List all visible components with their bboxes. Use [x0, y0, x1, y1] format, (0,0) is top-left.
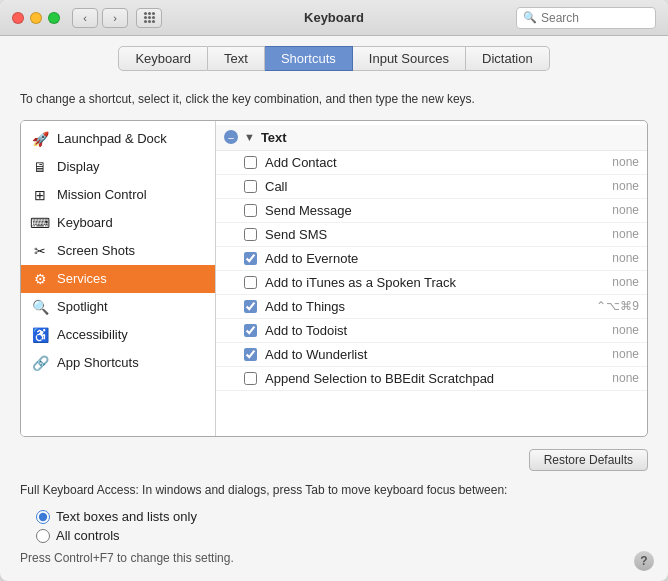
press-hint: Press Control+F7 to change this setting.: [20, 551, 648, 565]
window: ‹ › Keyboard 🔍 Keyboard Text Shortcuts I…: [0, 0, 668, 581]
checkbox-add-todoist[interactable]: [244, 324, 257, 337]
sidebar-item-display[interactable]: 🖥 Display: [21, 153, 215, 181]
screenshots-icon: ✂: [31, 242, 49, 260]
sidebar-label-spotlight: Spotlight: [57, 299, 108, 314]
launchpad-icon: 🚀: [31, 130, 49, 148]
section-title: Text: [261, 130, 287, 145]
checkbox-send-message[interactable]: [244, 204, 257, 217]
main-panel: 🚀 Launchpad & Dock 🖥 Display ⊞ Mission C…: [20, 120, 648, 437]
help-button[interactable]: ?: [634, 551, 654, 571]
radio-row-all-controls: All controls: [36, 528, 648, 543]
minimize-button[interactable]: [30, 12, 42, 24]
sidebar-label-screenshots: Screen Shots: [57, 243, 135, 258]
content: To change a shortcut, select it, click t…: [0, 79, 668, 581]
radio-all-controls[interactable]: [36, 529, 50, 543]
shortcut-key-add-itunes: none: [612, 275, 639, 289]
sidebar-label-accessibility: Accessibility: [57, 327, 128, 342]
checkbox-send-sms[interactable]: [244, 228, 257, 241]
shortcut-key-add-things: ⌃⌥⌘9: [596, 299, 639, 313]
shortcut-key-call: none: [612, 179, 639, 193]
radio-group: Text boxes and lists only All controls: [36, 509, 648, 543]
shortcut-row-add-wunderlist: Add to Wunderlist none: [216, 343, 647, 367]
mission-control-icon: ⊞: [31, 186, 49, 204]
tabs-bar: Keyboard Text Shortcuts Input Sources Di…: [0, 36, 668, 79]
sidebar-item-keyboard[interactable]: ⌨ Keyboard: [21, 209, 215, 237]
sidebar-label-app-shortcuts: App Shortcuts: [57, 355, 139, 370]
tab-text[interactable]: Text: [208, 46, 265, 71]
checkbox-append-bbedit[interactable]: [244, 372, 257, 385]
section-header[interactable]: – ▼ Text: [216, 125, 647, 151]
sidebar-item-app-shortcuts[interactable]: 🔗 App Shortcuts: [21, 349, 215, 377]
shortcut-key-add-evernote: none: [612, 251, 639, 265]
checkbox-add-itunes[interactable]: [244, 276, 257, 289]
radio-label-all-controls: All controls: [56, 528, 120, 543]
shortcut-label-add-todoist: Add to Todoist: [265, 323, 604, 338]
sidebar-item-accessibility[interactable]: ♿ Accessibility: [21, 321, 215, 349]
shortcut-key-send-message: none: [612, 203, 639, 217]
tab-input-sources[interactable]: Input Sources: [353, 46, 466, 71]
sidebar-label-keyboard: Keyboard: [57, 215, 113, 230]
shortcut-row-append-bbedit: Append Selection to BBEdit Scratchpad no…: [216, 367, 647, 391]
shortcut-row-call: Call none: [216, 175, 647, 199]
shortcut-row-add-itunes: Add to iTunes as a Spoken Track none: [216, 271, 647, 295]
radio-row-text-boxes: Text boxes and lists only: [36, 509, 648, 524]
checkbox-add-contact[interactable]: [244, 156, 257, 169]
shortcut-label-call: Call: [265, 179, 604, 194]
shortcut-key-add-contact: none: [612, 155, 639, 169]
keyboard-icon: ⌨: [31, 214, 49, 232]
checkbox-call[interactable]: [244, 180, 257, 193]
shortcuts-panel: – ▼ Text Add Contact none Call none Send…: [216, 121, 647, 436]
app-shortcuts-icon: 🔗: [31, 354, 49, 372]
sidebar-item-screenshots[interactable]: ✂ Screen Shots: [21, 237, 215, 265]
instruction-text: To change a shortcut, select it, click t…: [20, 91, 648, 108]
forward-button[interactable]: ›: [102, 8, 128, 28]
shortcut-row-add-todoist: Add to Todoist none: [216, 319, 647, 343]
radio-text-boxes[interactable]: [36, 510, 50, 524]
traffic-lights: [12, 12, 60, 24]
shortcut-key-send-sms: none: [612, 227, 639, 241]
services-icon: ⚙: [31, 270, 49, 288]
triangle-icon: ▼: [244, 131, 255, 143]
sidebar-label-launchpad: Launchpad & Dock: [57, 131, 167, 146]
tab-keyboard[interactable]: Keyboard: [118, 46, 208, 71]
checkbox-add-wunderlist[interactable]: [244, 348, 257, 361]
shortcut-label-send-message: Send Message: [265, 203, 604, 218]
window-title: Keyboard: [304, 10, 364, 25]
back-button[interactable]: ‹: [72, 8, 98, 28]
radio-label-text-boxes: Text boxes and lists only: [56, 509, 197, 524]
search-input[interactable]: [541, 11, 649, 25]
collapse-button[interactable]: –: [224, 130, 238, 144]
shortcut-label-add-wunderlist: Add to Wunderlist: [265, 347, 604, 362]
tab-shortcuts[interactable]: Shortcuts: [265, 46, 353, 71]
tab-dictation[interactable]: Dictation: [466, 46, 550, 71]
shortcut-row-add-evernote: Add to Evernote none: [216, 247, 647, 271]
checkbox-add-evernote[interactable]: [244, 252, 257, 265]
shortcut-label-send-sms: Send SMS: [265, 227, 604, 242]
sidebar-item-launchpad[interactable]: 🚀 Launchpad & Dock: [21, 125, 215, 153]
keyboard-access-text: Full Keyboard Access: In windows and dia…: [20, 481, 648, 499]
nav-buttons: ‹ ›: [72, 8, 128, 28]
shortcut-key-append-bbedit: none: [612, 371, 639, 385]
maximize-button[interactable]: [48, 12, 60, 24]
shortcut-row-add-contact: Add Contact none: [216, 151, 647, 175]
shortcut-key-add-todoist: none: [612, 323, 639, 337]
shortcut-label-add-things: Add to Things: [265, 299, 588, 314]
search-box[interactable]: 🔍: [516, 7, 656, 29]
accessibility-icon: ♿: [31, 326, 49, 344]
close-button[interactable]: [12, 12, 24, 24]
spotlight-icon: 🔍: [31, 298, 49, 316]
checkbox-add-things[interactable]: [244, 300, 257, 313]
sidebar-item-mission-control[interactable]: ⊞ Mission Control: [21, 181, 215, 209]
sidebar-label-display: Display: [57, 159, 100, 174]
restore-defaults-button[interactable]: Restore Defaults: [529, 449, 648, 471]
sidebar-label-services: Services: [57, 271, 107, 286]
shortcut-label-add-evernote: Add to Evernote: [265, 251, 604, 266]
shortcut-row-send-message: Send Message none: [216, 199, 647, 223]
shortcut-row-send-sms: Send SMS none: [216, 223, 647, 247]
sidebar-item-services[interactable]: ⚙ Services: [21, 265, 215, 293]
shortcut-row-add-things: Add to Things ⌃⌥⌘9: [216, 295, 647, 319]
grid-button[interactable]: [136, 8, 162, 28]
sidebar-label-mission-control: Mission Control: [57, 187, 147, 202]
sidebar-item-spotlight[interactable]: 🔍 Spotlight: [21, 293, 215, 321]
restore-btn-row: Restore Defaults: [20, 449, 648, 471]
